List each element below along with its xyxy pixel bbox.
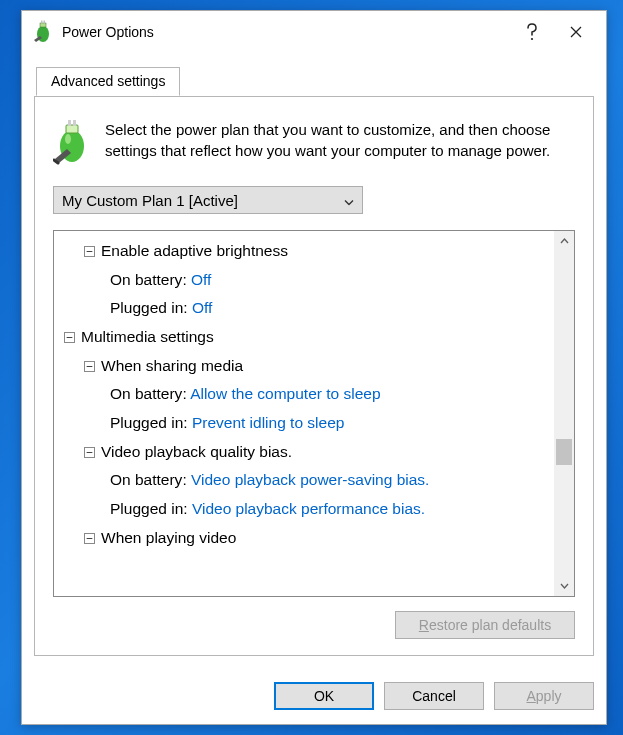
power-plan-select[interactable]: My Custom Plan 1 [Active]	[53, 186, 363, 214]
tree-node-multimedia[interactable]: −Multimedia settings	[58, 323, 548, 352]
collapse-icon[interactable]: −	[84, 533, 95, 544]
battery-plug-icon	[32, 20, 54, 44]
tab-control: Advanced settings S	[34, 67, 594, 656]
dialog-body: Advanced settings S	[22, 53, 606, 668]
collapse-icon[interactable]: −	[84, 246, 95, 257]
tree-node-video-bias[interactable]: −Video playback quality bias.	[58, 438, 548, 467]
value-link[interactable]: Video playback performance bias.	[192, 500, 425, 517]
intro-row: Select the power plan that you want to c…	[53, 119, 575, 168]
restore-defaults-button[interactable]: Restore plan defaults	[395, 611, 575, 639]
intro-text: Select the power plan that you want to c…	[105, 119, 575, 168]
battery-icon	[53, 119, 91, 168]
tree-node-adaptive-on-battery[interactable]: On battery: Off	[58, 266, 548, 295]
svg-point-6	[65, 134, 71, 144]
power-plan-selected: My Custom Plan 1 [Active]	[62, 192, 238, 209]
scroll-track[interactable]	[554, 251, 574, 576]
scroll-up-icon[interactable]	[554, 231, 574, 251]
value-link[interactable]: Off	[191, 271, 211, 288]
value-link[interactable]: Prevent idling to sleep	[192, 414, 345, 431]
titlebar: Power Options	[22, 11, 606, 53]
tree-scrollbar[interactable]	[554, 231, 574, 596]
value-link[interactable]: Allow the computer to sleep	[190, 385, 380, 402]
apply-button[interactable]: Apply	[494, 682, 594, 710]
svg-point-4	[531, 38, 533, 40]
tree-node-sharing-plugged-in[interactable]: Plugged in: Prevent idling to sleep	[58, 409, 548, 438]
cancel-button[interactable]: Cancel	[384, 682, 484, 710]
restore-row: Restore plan defaults	[53, 597, 575, 639]
power-options-dialog: Power Options Advanced settings	[21, 10, 607, 725]
settings-tree[interactable]: −Enable adaptive brightness On battery: …	[54, 231, 552, 596]
tree-node-sharing-on-battery[interactable]: On battery: Allow the computer to sleep	[58, 380, 548, 409]
tree-node-playing-video[interactable]: −When playing video	[58, 524, 548, 553]
scroll-down-icon[interactable]	[554, 576, 574, 596]
tree-node-adaptive-brightness[interactable]: −Enable adaptive brightness	[58, 237, 548, 266]
value-link[interactable]: Video playback power-saving bias.	[191, 471, 429, 488]
dialog-button-row: OK Cancel Apply	[22, 668, 606, 724]
svg-rect-1	[40, 23, 46, 27]
scroll-thumb[interactable]	[556, 439, 572, 465]
value-link[interactable]: Off	[192, 299, 212, 316]
collapse-icon[interactable]: −	[64, 332, 75, 343]
tree-node-video-bias-plugged-in[interactable]: Plugged in: Video playback performance b…	[58, 495, 548, 524]
collapse-icon[interactable]: −	[84, 361, 95, 372]
close-button[interactable]	[554, 17, 598, 47]
chevron-down-icon	[344, 192, 354, 209]
collapse-icon[interactable]: −	[84, 447, 95, 458]
svg-rect-8	[68, 120, 71, 126]
svg-rect-7	[66, 125, 78, 133]
tree-node-adaptive-plugged-in[interactable]: Plugged in: Off	[58, 294, 548, 323]
ok-button[interactable]: OK	[274, 682, 374, 710]
svg-rect-9	[73, 120, 76, 126]
settings-tree-container: −Enable adaptive brightness On battery: …	[53, 230, 575, 597]
help-button[interactable]	[510, 17, 554, 47]
tree-node-sharing-media[interactable]: −When sharing media	[58, 352, 548, 381]
svg-rect-2	[41, 21, 43, 24]
tree-node-video-bias-on-battery[interactable]: On battery: Video playback power-saving …	[58, 466, 548, 495]
tab-advanced-settings[interactable]: Advanced settings	[36, 67, 180, 96]
tab-panel: Select the power plan that you want to c…	[34, 96, 594, 656]
window-title: Power Options	[62, 24, 510, 40]
svg-rect-3	[44, 21, 46, 24]
